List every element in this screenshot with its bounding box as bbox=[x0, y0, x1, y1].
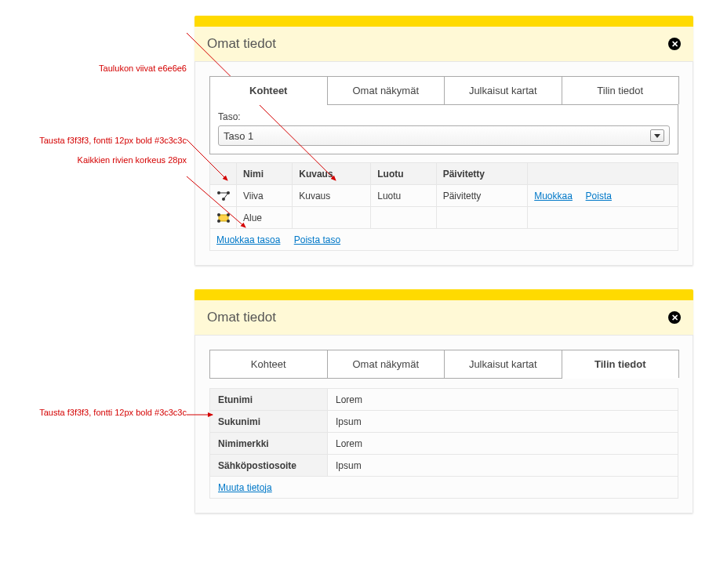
account-info-table: Etunimi Lorem Sukunimi Ipsum Nimimerkki … bbox=[209, 388, 678, 499]
annotation-header-style: Tausta f3f3f3, fontti 12px bold #3c3c3c bbox=[0, 135, 195, 146]
tab-kohteet[interactable]: Kohteet bbox=[209, 350, 328, 378]
cell-nimi: Viiva bbox=[237, 185, 293, 207]
table-row: Nimimerkki Lorem bbox=[210, 433, 678, 455]
cell-kuvaus: Kuvaus bbox=[293, 185, 371, 207]
delete-link[interactable]: Poista bbox=[586, 191, 612, 201]
tab-julkaisut-kartat[interactable]: Julkaisut kartat bbox=[444, 76, 562, 104]
svg-marker-6 bbox=[219, 215, 228, 221]
col-luotu: Luotu bbox=[371, 163, 436, 185]
panel-title: Omat tiedot bbox=[207, 310, 276, 325]
panel-topbar bbox=[195, 16, 693, 27]
panel-topbar bbox=[195, 289, 693, 300]
table-row: Etunimi Lorem bbox=[210, 389, 678, 411]
field-value: Ipsum bbox=[328, 411, 678, 433]
tabs: Kohteet Omat näkymät Julkaisut kartat Ti… bbox=[209, 76, 678, 105]
edit-level-link[interactable]: Muokkaa tasoa bbox=[216, 234, 280, 245]
field-value: Lorem bbox=[328, 433, 678, 455]
objects-table: Nimi Kuvaus Luotu Päivitetty Viiva Kuvau… bbox=[209, 162, 678, 251]
panel-header: Omat tiedot ✕ bbox=[195, 300, 693, 336]
tab-julkaisut-kartat[interactable]: Julkaisut kartat bbox=[444, 350, 562, 378]
annotation-header-style-2: Tausta f3f3f3, fontti 12px bold #3c3c3c bbox=[0, 407, 195, 418]
chevron-down-icon[interactable] bbox=[650, 129, 664, 142]
cell-nimi: Alue bbox=[237, 207, 293, 229]
svg-point-10 bbox=[217, 220, 220, 223]
my-info-panel: Omat tiedot ✕ Kohteet Omat näkymät Julka… bbox=[195, 16, 693, 266]
tabs: Kohteet Omat näkymät Julkaisut kartat Ti… bbox=[209, 350, 678, 379]
col-actions bbox=[528, 163, 678, 185]
table-footer: Muuta tietoja bbox=[210, 477, 678, 499]
field-value: Lorem bbox=[328, 389, 678, 411]
field-label: Etunimi bbox=[210, 389, 328, 411]
tab-omat-nakymat[interactable]: Omat näkymät bbox=[327, 76, 445, 104]
field-value: Ipsum bbox=[328, 455, 678, 477]
cell-actions: Muokkaa Poista bbox=[528, 185, 678, 207]
tab-tilin-tiedot[interactable]: Tilin tiedot bbox=[562, 350, 680, 378]
table-row: Alue bbox=[210, 207, 678, 229]
table-footer: Muokkaa tasoa Poista taso bbox=[210, 229, 678, 251]
edit-link[interactable]: Muokkaa bbox=[534, 191, 573, 201]
line-icon bbox=[210, 185, 237, 207]
area-icon bbox=[210, 207, 237, 229]
col-kuvaus: Kuvaus bbox=[293, 163, 371, 185]
tab-tilin-tiedot[interactable]: Tilin tiedot bbox=[562, 76, 680, 104]
cell-actions bbox=[528, 207, 678, 229]
field-label: Nimimerkki bbox=[210, 433, 328, 455]
level-select[interactable]: Taso 1 bbox=[218, 125, 670, 146]
table-row: Sähköpostiosoite Ipsum bbox=[210, 455, 678, 477]
cell-luotu bbox=[371, 207, 436, 229]
col-nimi: Nimi bbox=[237, 163, 293, 185]
close-icon[interactable]: ✕ bbox=[668, 38, 681, 50]
cell-luotu: Luotu bbox=[371, 185, 436, 207]
table-row: Sukunimi Ipsum bbox=[210, 411, 678, 433]
panel-header: Omat tiedot ✕ bbox=[195, 27, 693, 62]
delete-level-link[interactable]: Poista taso bbox=[294, 234, 340, 245]
my-info-panel-2: Omat tiedot ✕ Kohteet Omat näkymät Julka… bbox=[195, 289, 693, 514]
cell-paivitetty bbox=[436, 207, 528, 229]
annotation-row-height: Kaikkien rivien korkeus 28px bbox=[0, 154, 195, 165]
col-paivitetty: Päivitetty bbox=[436, 163, 528, 185]
svg-point-7 bbox=[217, 213, 220, 216]
col-icon bbox=[210, 163, 237, 185]
tab-kohteet[interactable]: Kohteet bbox=[209, 76, 328, 104]
level-label: Taso: bbox=[218, 111, 670, 122]
cell-kuvaus bbox=[293, 207, 371, 229]
level-selected-value: Taso 1 bbox=[224, 130, 253, 142]
panel-title: Omat tiedot bbox=[207, 36, 276, 52]
table-row: Viiva Kuvaus Luotu Päivitetty Muokkaa Po… bbox=[210, 185, 678, 207]
edit-info-link[interactable]: Muuta tietoja bbox=[218, 482, 272, 493]
tab-omat-nakymat[interactable]: Omat näkymät bbox=[327, 350, 445, 378]
svg-point-8 bbox=[227, 213, 230, 216]
cell-paivitetty: Päivitetty bbox=[436, 185, 528, 207]
svg-point-9 bbox=[227, 220, 230, 223]
close-icon[interactable]: ✕ bbox=[668, 311, 681, 324]
field-label: Sähköpostiosoite bbox=[210, 455, 328, 477]
annotation-line-color: Taulukon viivat e6e6e6 bbox=[0, 63, 195, 74]
field-label: Sukunimi bbox=[210, 411, 328, 433]
